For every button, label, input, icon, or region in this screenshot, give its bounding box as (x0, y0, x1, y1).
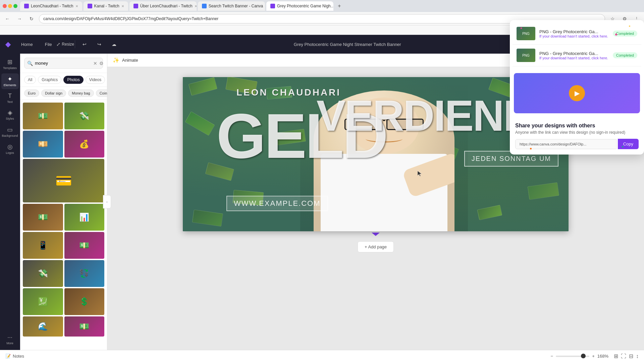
search-input[interactable] (35, 58, 91, 68)
grid-button[interactable]: ⊟ (629, 353, 633, 359)
browser-tab-3[interactable]: Über LeonChaudhari - Twitch ✕ (129, 1, 197, 11)
fit-page-button[interactable]: ⊞ (614, 353, 618, 359)
tab-favicon-4 (202, 4, 207, 8)
search-clear-button[interactable]: ✕ (93, 61, 97, 66)
file-button[interactable]: File (41, 40, 56, 49)
tab-close-2[interactable]: ✕ (121, 4, 124, 8)
bookmark-13[interactable] (75, 26, 80, 34)
photo-item-8[interactable]: 📱 (23, 232, 63, 259)
tab-close-1[interactable]: ✕ (75, 4, 78, 8)
bookmark-5[interactable] (27, 26, 32, 34)
copy-button[interactable]: Copy (618, 139, 639, 149)
bookmark-6[interactable] (33, 26, 38, 34)
reload-button[interactable]: ↻ (27, 14, 36, 23)
photo-item-4[interactable]: 💰 (64, 131, 105, 158)
share-url-row: Copy (515, 139, 639, 149)
logos-icon: ◎ (7, 143, 13, 150)
bookmark-9[interactable] (51, 26, 56, 34)
styles-label: Styles (6, 117, 14, 121)
bookmark-10[interactable] (57, 26, 62, 34)
search-input-wrap: 🔍 ✕ ⚙ (24, 58, 103, 69)
forward-button[interactable]: → (15, 14, 24, 23)
bookmark-14[interactable] (81, 26, 87, 34)
chip-coins[interactable]: Coins (96, 89, 107, 97)
resize-button[interactable]: ⤢ Resize (60, 39, 71, 50)
left-search-panel: 🔍 ✕ ⚙ All Graphics Photos Videos Audio E… (20, 54, 107, 350)
sidebar-item-styles[interactable]: ◈ Styles (1, 107, 19, 123)
back-button[interactable]: ← (3, 14, 12, 23)
search-filter-button[interactable]: ⚙ (99, 61, 104, 66)
sidebar-item-logos[interactable]: ◎ Logos (1, 141, 19, 157)
maximize-btn[interactable] (13, 4, 17, 8)
help-button[interactable]: ↕ (636, 353, 639, 359)
photo-item-6[interactable]: 💵 (23, 204, 63, 231)
zoom-slider[interactable] (556, 356, 589, 357)
notes-icon: 📝 (5, 354, 11, 359)
design-url-text[interactable]: WWW.EXAMPLE.COM (226, 196, 328, 211)
photo-row-4: 💵 📊 (23, 204, 104, 231)
bookmark-1[interactable] (3, 26, 8, 34)
photo-item-14[interactable]: 🌊 (23, 316, 63, 337)
home-button[interactable]: Home (17, 40, 37, 49)
photo-item-3[interactable]: 💴 (23, 131, 63, 158)
photo-item-2[interactable]: 💸 (64, 103, 105, 129)
share-url-input[interactable] (515, 139, 616, 149)
zoom-in-button[interactable]: + (592, 354, 595, 359)
video-preview[interactable]: ▶ (514, 73, 640, 113)
bookmark-4[interactable] (21, 26, 26, 34)
sidebar-item-elements[interactable]: ✦ Elements (1, 73, 19, 89)
bookmark-8[interactable] (45, 26, 50, 34)
elements-label: Elements (4, 83, 16, 87)
new-tab-button[interactable]: + (335, 1, 344, 11)
bookmark-12[interactable] (69, 26, 74, 34)
photo-item-5[interactable]: 💳 (23, 159, 104, 202)
topbar-divider-1 (75, 40, 75, 48)
sidebar-item-text[interactable]: T Text (1, 90, 19, 106)
filter-tab-photos[interactable]: Photos (63, 76, 83, 84)
undo-button[interactable]: ↩ (79, 39, 90, 50)
bookmark-15[interactable] (87, 26, 93, 34)
tab-close-3[interactable]: ✕ (195, 4, 197, 8)
photo-item-13[interactable]: 💲 (64, 288, 105, 315)
download-link-2[interactable]: If your download hasn't started, click h… (539, 56, 609, 60)
bookmark-11[interactable] (63, 26, 68, 34)
browser-tab-5[interactable]: Grey Photocentric Game Nigh... ✕ (266, 1, 333, 11)
category-chips: Euro Dollar sign Money bag Coins › (20, 87, 107, 100)
bookmark-3[interactable] (15, 26, 20, 34)
filter-tab-graphics[interactable]: Graphics (38, 76, 61, 84)
bookmark-7[interactable] (39, 26, 44, 34)
zoom-out-button[interactable]: − (551, 354, 553, 359)
photo-item-1[interactable]: 💵 (23, 103, 63, 129)
sidebar-item-background[interactable]: ▭ Background (1, 124, 19, 140)
animate-button[interactable]: Animate (122, 58, 138, 63)
photo-row-1: 💵 💸 (23, 103, 104, 129)
close-btn[interactable] (3, 4, 7, 8)
canva-logo[interactable]: ◆ (5, 40, 10, 48)
photo-item-12[interactable]: 💹 (23, 288, 63, 315)
bookmark-2[interactable] (9, 26, 14, 34)
add-page-area: + Add page (183, 236, 569, 252)
browser-tab-2[interactable]: Kanal - Twitch ✕ (84, 1, 128, 11)
minimize-btn[interactable] (8, 4, 12, 8)
photo-item-10[interactable]: 💸 (23, 260, 63, 287)
photo-item-9[interactable]: 💵 (64, 232, 105, 259)
photo-item-11[interactable]: 💱 (64, 260, 105, 287)
photo-item-15[interactable]: 💵 (64, 316, 105, 337)
filter-tab-videos[interactable]: Videos (86, 76, 105, 84)
filter-tab-all[interactable]: All (24, 76, 36, 84)
browser-tab-1[interactable]: LeonChaudhari - Twitch ✕ (20, 1, 82, 11)
video-play-button[interactable]: ▶ (569, 85, 585, 101)
add-page-button[interactable]: + Add page (358, 241, 394, 252)
save-button[interactable]: ☁ (109, 39, 119, 50)
chip-dollar[interactable]: Dollar sign (41, 89, 66, 97)
collapse-panel-button[interactable]: ‹ (103, 195, 111, 208)
browser-tab-4[interactable]: Search Twitch Banner - Canva ✕ (198, 1, 265, 11)
chip-moneybag[interactable]: Money bag (68, 89, 94, 97)
chip-euro[interactable]: Euro (24, 89, 39, 97)
redo-button[interactable]: ↪ (94, 39, 105, 50)
notes-button[interactable]: 📝 Notes (5, 354, 24, 359)
fullscreen-button[interactable]: ⛶ (621, 353, 626, 359)
sidebar-item-templates[interactable]: ⊞ Templates (1, 56, 19, 72)
photo-item-7[interactable]: 📊 (64, 204, 105, 231)
sidebar-item-more[interactable]: ··· More (1, 332, 19, 347)
